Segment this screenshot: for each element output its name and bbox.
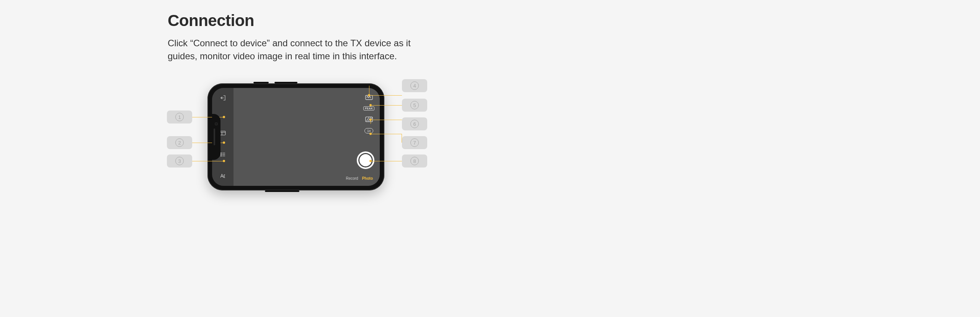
mode-photo[interactable]: Photo — [362, 176, 373, 180]
callout-pill-5: 5 — [402, 99, 427, 112]
leader-line — [402, 134, 402, 143]
callout-pill-3: 3 — [167, 154, 192, 167]
leader-dot — [223, 116, 225, 118]
phone-side-button — [274, 82, 297, 83]
callout-number: 2 — [175, 138, 184, 147]
shutter-button[interactable] — [357, 151, 374, 169]
callout-number: 5 — [410, 101, 419, 109]
callout-number: 8 — [410, 157, 419, 165]
section-description: Click “Connect to device” and connect to… — [168, 37, 436, 62]
phone-mockup: PEAK 1x Record Photo — [207, 83, 384, 190]
phone-side-button — [265, 190, 299, 192]
phone-shell: PEAK 1x Record Photo — [207, 83, 384, 190]
mode-record[interactable]: Record — [346, 176, 358, 180]
app-right-toolbar: PEAK 1x — [363, 94, 374, 133]
callout-pill-1: 1 — [167, 111, 192, 124]
leader-line — [371, 120, 402, 120]
leader-dot — [223, 160, 225, 162]
leader-dot — [369, 133, 372, 135]
peak-badge[interactable]: PEAK — [363, 106, 374, 111]
leader-line — [371, 134, 402, 134]
callout-pill-2: 2 — [167, 136, 192, 149]
leader-dot — [369, 119, 372, 121]
phone-front-camera — [215, 122, 218, 125]
svg-point-7 — [221, 156, 222, 156]
callout-number: 1 — [175, 113, 184, 121]
leader-dot — [368, 94, 370, 96]
callout-number: 6 — [410, 120, 419, 128]
zoom-badge[interactable]: 1x — [364, 128, 374, 133]
callout-pill-6: 6 — [402, 117, 427, 130]
svg-point-5 — [221, 154, 222, 155]
text-adjust-icon[interactable] — [219, 172, 227, 180]
callout-pill-7: 7 — [402, 136, 427, 149]
leader-line — [371, 105, 402, 106]
leader-dot — [369, 104, 372, 106]
leader-dot — [223, 141, 225, 144]
callout-number: 3 — [175, 157, 184, 165]
phone-notch — [212, 114, 220, 160]
svg-rect-0 — [220, 131, 225, 135]
svg-point-3 — [221, 153, 222, 153]
zebra-icon[interactable] — [365, 116, 373, 123]
leader-line — [369, 95, 402, 96]
phone-side-button — [253, 82, 269, 83]
phone-speaker — [214, 128, 215, 145]
mode-switcher[interactable]: Record Photo — [346, 176, 373, 180]
callout-number: 7 — [410, 138, 419, 147]
phone-screen: PEAK 1x Record Photo — [212, 88, 380, 186]
section-heading: Connection — [168, 11, 550, 30]
callout-pill-8: 8 — [402, 154, 427, 167]
callout-number: 4 — [410, 81, 419, 90]
leader-dot — [369, 160, 372, 162]
leader-line — [192, 161, 224, 161]
exit-icon[interactable] — [219, 94, 227, 102]
leader-line — [371, 161, 402, 161]
callout-pill-4: 4 — [402, 79, 427, 92]
